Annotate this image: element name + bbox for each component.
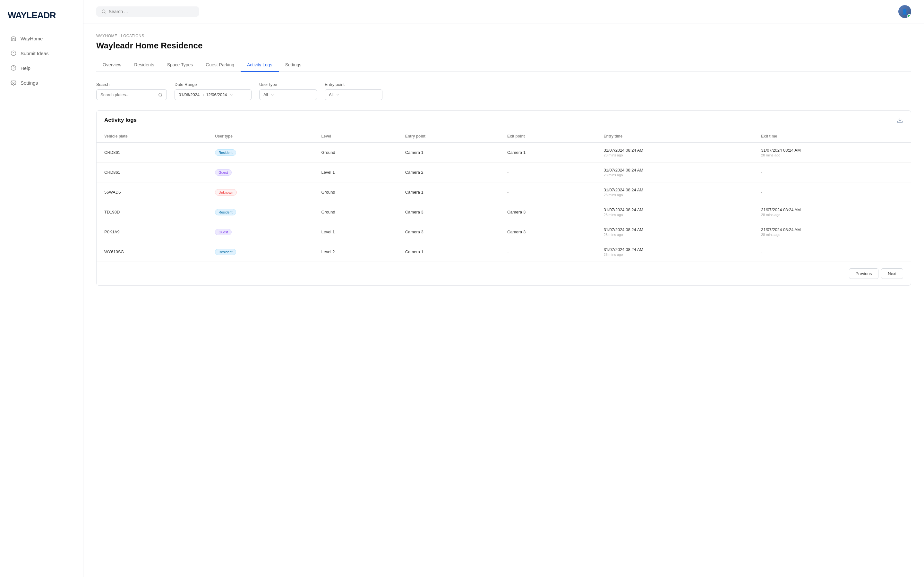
- help-icon: [10, 65, 17, 71]
- plate-search-input[interactable]: [100, 92, 156, 97]
- cell-user-type: Resident: [207, 143, 313, 163]
- search-filter-group: Search: [96, 82, 167, 100]
- user-type-filter-label: User type: [259, 82, 317, 87]
- breadcrumb: WAYHOME | LOCATIONS: [96, 34, 911, 38]
- date-filter-label: Date Range: [174, 82, 252, 87]
- cell-entry-time: 31/07/2024 08:24 AM 28 mins ago: [596, 182, 754, 202]
- date-range-value: 01/06/2024 → 12/06/2024: [179, 92, 227, 97]
- chevron-down-icon: [229, 93, 233, 97]
- page-title: Wayleadr Home Residence: [96, 41, 911, 51]
- user-type-chevron-icon: [270, 93, 274, 97]
- date-filter-input[interactable]: 01/06/2024 → 12/06/2024: [174, 89, 252, 100]
- entry-point-value: All: [329, 92, 333, 97]
- svg-point-8: [159, 93, 162, 96]
- cell-exit-time: -: [753, 163, 911, 182]
- cell-entry-time: 31/07/2024 08:24 AM 28 mins ago: [596, 222, 754, 242]
- search-filter-input[interactable]: [96, 89, 167, 100]
- table-row: 56WAD5 Unknown Ground Camera 1 - 31/07/2…: [97, 182, 911, 202]
- table-row: CRD861 Resident Ground Camera 1 Camera 1…: [97, 143, 911, 163]
- download-icon: [897, 117, 903, 123]
- cell-level: Level 2: [313, 242, 397, 262]
- cell-level: Level 1: [313, 222, 397, 242]
- entry-point-filter-input[interactable]: All: [325, 89, 383, 100]
- download-button[interactable]: [897, 117, 903, 123]
- activity-logs-table: Vehicle plate User type Level Entry poin…: [97, 130, 911, 261]
- tab-settings[interactable]: Settings: [279, 58, 308, 72]
- cell-exit-time: -: [753, 242, 911, 262]
- user-type-filter-input[interactable]: All: [259, 89, 317, 100]
- cell-user-type: Resident: [207, 242, 313, 262]
- table-body: CRD861 Resident Ground Camera 1 Camera 1…: [97, 143, 911, 262]
- col-entry-point: Entry point: [397, 130, 499, 143]
- ideas-icon: [10, 50, 17, 56]
- table-row: TD198D Resident Ground Camera 3 Camera 3…: [97, 202, 911, 222]
- cell-exit-point: Camera 3: [499, 222, 596, 242]
- col-entry-time: Entry time: [596, 130, 754, 143]
- entry-point-chevron-icon: [336, 93, 340, 97]
- svg-point-6: [102, 10, 105, 13]
- tab-activity-logs[interactable]: Activity Logs: [241, 58, 279, 72]
- plate-search-icon: [158, 93, 163, 97]
- col-vehicle-plate: Vehicle plate: [97, 130, 207, 143]
- avatar[interactable]: 👤: [898, 5, 911, 18]
- cell-level: Ground: [313, 143, 397, 163]
- online-badge: [907, 14, 911, 18]
- tabs: Overview Residents Space Types Guest Par…: [96, 58, 911, 72]
- cell-entry-point: Camera 3: [397, 202, 499, 222]
- cell-entry-point: Camera 1: [397, 242, 499, 262]
- search-bar[interactable]: [96, 6, 199, 17]
- table-header-row: Vehicle plate User type Level Entry poin…: [97, 130, 911, 143]
- cell-level: Ground: [313, 182, 397, 202]
- cell-entry-time: 31/07/2024 08:24 AM 28 mins ago: [596, 202, 754, 222]
- user-type-value: All: [263, 92, 268, 97]
- home-icon: [10, 35, 17, 42]
- sidebar-item-wayhome[interactable]: WayHome: [3, 31, 81, 45]
- cell-entry-time: 31/07/2024 08:24 AM 28 mins ago: [596, 143, 754, 163]
- activity-logs-section: Activity logs Vehicle plate User type Le…: [96, 110, 911, 285]
- cell-exit-point: Camera 3: [499, 202, 596, 222]
- cell-exit-time: -: [753, 182, 911, 202]
- next-button[interactable]: Next: [881, 268, 903, 279]
- search-filter-label: Search: [96, 82, 167, 87]
- cell-plate: 56WAD5: [97, 182, 207, 202]
- table-row: P0K1A9 Guest Level 1 Camera 3 Camera 3 3…: [97, 222, 911, 242]
- cell-user-type: Resident: [207, 202, 313, 222]
- logo-text: WAYLEADR: [8, 10, 56, 20]
- main-content: 👤 WAYHOME | LOCATIONS Wayleadr Home Resi…: [83, 0, 924, 577]
- entry-point-filter-group: Entry point All: [325, 82, 383, 100]
- tab-residents[interactable]: Residents: [128, 58, 160, 72]
- tab-space-types[interactable]: Space Types: [161, 58, 200, 72]
- cell-user-type: Guest: [207, 222, 313, 242]
- sidebar-item-settings[interactable]: Settings: [3, 76, 81, 90]
- cell-plate: CRD861: [97, 143, 207, 163]
- date-filter-group: Date Range 01/06/2024 → 12/06/2024: [174, 82, 252, 100]
- cell-level: Ground: [313, 202, 397, 222]
- pagination: Previous Next: [97, 261, 911, 285]
- col-level: Level: [313, 130, 397, 143]
- cell-level: Level 1: [313, 163, 397, 182]
- previous-button[interactable]: Previous: [849, 268, 879, 279]
- entry-point-filter-label: Entry point: [325, 82, 383, 87]
- activity-logs-title: Activity logs: [104, 117, 137, 123]
- cell-exit-point: -: [499, 163, 596, 182]
- sidebar-label-wayhome: WayHome: [21, 36, 43, 41]
- cell-exit-time: 31/07/2024 08:24 AM 28 mins ago: [753, 222, 911, 242]
- tab-guest-parking[interactable]: Guest Parking: [199, 58, 241, 72]
- col-exit-time: Exit time: [753, 130, 911, 143]
- sidebar-item-submit-ideas[interactable]: Submit Ideas: [3, 46, 81, 60]
- col-exit-point: Exit point: [499, 130, 596, 143]
- sidebar-nav: WayHome Submit Ideas Help Settings: [0, 31, 83, 90]
- sidebar-item-help[interactable]: Help: [3, 61, 81, 75]
- cell-exit-time: 31/07/2024 08:24 AM 28 mins ago: [753, 143, 911, 163]
- cell-entry-time: 31/07/2024 08:24 AM 28 mins ago: [596, 163, 754, 182]
- search-input[interactable]: [109, 9, 194, 14]
- cell-plate: TD198D: [97, 202, 207, 222]
- tab-overview[interactable]: Overview: [96, 58, 128, 72]
- cell-entry-point: Camera 3: [397, 222, 499, 242]
- cell-entry-point: Camera 2: [397, 163, 499, 182]
- cell-entry-point: Camera 1: [397, 182, 499, 202]
- settings-icon: [10, 79, 17, 86]
- cell-user-type: Unknown: [207, 182, 313, 202]
- cell-exit-point: Camera 1: [499, 143, 596, 163]
- svg-point-3: [11, 66, 16, 71]
